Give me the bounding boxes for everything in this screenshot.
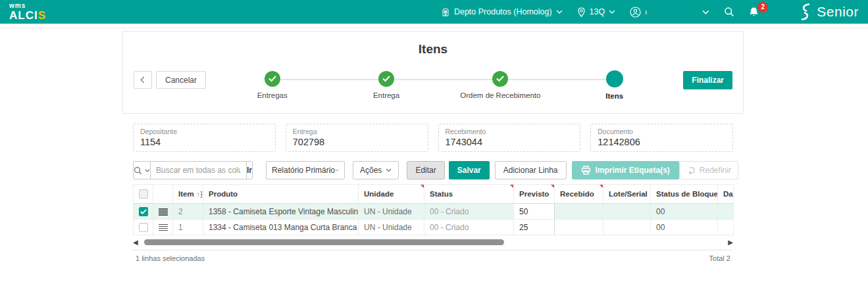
field-entrega: Entrega 702798 [286, 124, 428, 152]
chevron-down-icon [556, 10, 563, 14]
field-depositante: Depositante 1154 [133, 124, 276, 152]
cell-unidade[interactable]: UN - Unidade [359, 220, 424, 235]
location-selector[interactable]: 13Q [577, 7, 616, 17]
cell-item[interactable]: 2 [173, 204, 203, 220]
record-fields: Depositante 1154 Entrega 702798 Recebime… [133, 124, 733, 152]
notifications-button[interactable]: 2 [749, 7, 759, 18]
search-input[interactable] [151, 161, 247, 179]
column-header-status-bloqueio[interactable]: Status de Bloqueio [651, 185, 718, 204]
cell-data[interactable] [718, 204, 734, 220]
go-button[interactable]: Ir [247, 161, 253, 179]
add-row-button[interactable]: Adicionar Linha [495, 161, 567, 179]
column-header-status[interactable]: Status [424, 185, 514, 204]
logo-wms-text: wms [9, 3, 46, 9]
table-header-row: Item↑⁆ Produto Unidade Status Previsto R… [134, 185, 734, 204]
cell-status-bloqueio[interactable]: 00 [651, 220, 718, 235]
save-button[interactable]: Salvar [449, 161, 490, 179]
cell-produto[interactable]: 1334 - Camiseta 013 Manga Curta Branca [203, 220, 359, 235]
location-selector-label: 13Q [590, 7, 605, 16]
column-header-produto[interactable]: Produto [203, 185, 359, 204]
scroll-right-arrow-icon[interactable]: ▶ [728, 239, 733, 246]
scroll-left-arrow-icon[interactable]: ◀ [133, 239, 138, 246]
column-header-item[interactable]: Item↑⁆ [173, 185, 203, 204]
notification-badge: 2 [757, 2, 768, 12]
step-label: Entrega [329, 91, 443, 99]
cell-recebido[interactable] [555, 204, 603, 220]
user-circle-icon [630, 7, 641, 18]
step-itens[interactable]: Itens [557, 71, 671, 100]
chevron-down-icon [386, 168, 392, 172]
column-header-recebido[interactable]: Recebido [555, 185, 603, 204]
cell-status[interactable]: 00 - Criado [424, 204, 514, 220]
cell-lote-serial[interactable] [603, 204, 651, 220]
row-menu-icon[interactable] [159, 208, 168, 216]
horizontal-scrollbar[interactable]: ◀ ▶ [133, 237, 733, 247]
search-icon [724, 7, 734, 17]
column-header-data[interactable]: Data [718, 185, 734, 204]
field-label: Depositante [140, 128, 268, 135]
row-checkbox[interactable] [139, 223, 148, 232]
reset-report-button[interactable]: Redefinir [679, 161, 738, 179]
chevron-down-icon [702, 10, 709, 14]
table-row[interactable]: 1 1334 - Camiseta 013 Manga Curta Branca… [134, 220, 734, 235]
cancel-button[interactable]: Cancelar [156, 71, 206, 89]
column-header-lote-serial[interactable]: Lote/Serial [603, 185, 651, 204]
senior-brand-logo[interactable]: Senior [798, 3, 859, 21]
stepper-row: Cancelar Entregas Entrega [134, 71, 732, 100]
subheader-strip [0, 24, 868, 28]
chevron-left-icon [141, 77, 147, 83]
field-value: 702798 [293, 137, 421, 147]
items-grid-region: Ir Relatório Primário Ações Editar Salva… [133, 161, 733, 267]
chevron-down-icon [609, 10, 615, 14]
table-row[interactable]: 2 1358 - Camiseta Esporte Vintage Mascul… [134, 204, 734, 220]
building-icon [441, 7, 450, 16]
field-label: Documento [598, 128, 726, 135]
step-ordem-de-recebimento[interactable]: Ordem de Recebimento [444, 71, 557, 100]
row-menu-header [153, 185, 173, 204]
edit-button[interactable]: Editar [407, 161, 444, 179]
cell-produto[interactable]: 1358 - Camiseta Esporte Vintage Masculin… [203, 204, 359, 220]
printer-icon [581, 166, 591, 175]
row-menu-icon[interactable] [159, 224, 168, 231]
back-button[interactable] [134, 71, 152, 89]
sort-ascending-icon: ↑⁆ [197, 191, 203, 198]
cell-unidade[interactable]: UN - Unidade [359, 204, 424, 220]
search-button[interactable] [724, 7, 734, 17]
step-check-icon [378, 71, 394, 87]
step-entregas[interactable]: Entregas [215, 71, 329, 100]
page-title: Itens [134, 42, 732, 57]
field-label: Recebimento [446, 128, 574, 135]
cell-lote-serial[interactable] [603, 220, 651, 235]
org-selector[interactable]: Depto Produtos (Homolog) [441, 7, 563, 16]
user-menu-label: ı [645, 8, 647, 16]
print-labels-button[interactable]: Imprimir Etiqueta(s) [572, 161, 679, 179]
field-value: 12142806 [598, 137, 726, 147]
actions-menu-button[interactable]: Ações [353, 161, 399, 179]
cell-data[interactable] [718, 220, 734, 235]
cell-status[interactable]: 00 - Criado [424, 220, 514, 235]
wizard-card: Itens Cancelar Entregas Entrega [122, 31, 744, 114]
selection-count: 1 linhas selecionadas [136, 254, 205, 262]
column-header-unidade[interactable]: Unidade [359, 185, 424, 204]
step-entrega[interactable]: Entrega [329, 71, 443, 100]
step-check-icon [265, 71, 280, 87]
report-select[interactable]: Relatório Primário [266, 161, 345, 179]
finish-button[interactable]: Finalizar [683, 71, 732, 89]
org-selector-label: Depto Produtos (Homolog) [454, 7, 552, 16]
cell-status-bloqueio[interactable]: 00 [651, 204, 718, 220]
cell-previsto[interactable]: 50 [514, 204, 555, 220]
row-checkbox[interactable] [139, 207, 148, 216]
cell-recebido[interactable] [555, 220, 603, 235]
field-documento: Documento 12142806 [590, 124, 733, 152]
collapse-menu-button[interactable] [702, 10, 709, 14]
wms-alcis-logo[interactable]: wms ALCIS [9, 3, 46, 21]
grid-toolbar: Ir Relatório Primário Ações Editar Salva… [133, 161, 733, 179]
column-header-previsto[interactable]: Previsto [514, 185, 555, 204]
logo-alcis-text: ALCIS [9, 9, 46, 22]
scrollbar-thumb[interactable] [144, 239, 504, 245]
select-all-checkbox[interactable] [139, 189, 148, 199]
cell-item[interactable]: 1 [173, 220, 203, 235]
user-menu[interactable]: ı [630, 7, 647, 18]
search-column-selector[interactable] [133, 161, 151, 179]
cell-previsto[interactable]: 25 [514, 220, 555, 235]
